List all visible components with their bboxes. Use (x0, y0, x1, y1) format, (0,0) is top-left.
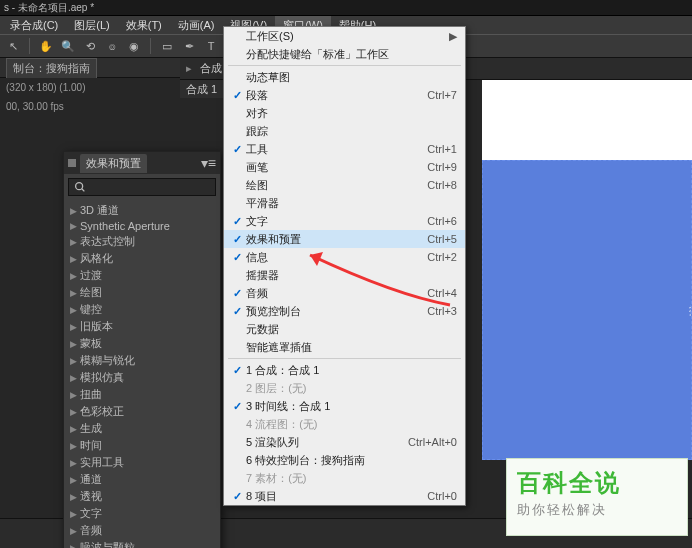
effects-category[interactable]: ▶模拟仿真 (64, 369, 220, 386)
menu-item-shortcut: Ctrl+5 (427, 233, 457, 245)
check-icon: ✓ (228, 251, 246, 264)
menu-item[interactable]: 画笔Ctrl+9 (224, 158, 465, 176)
disclosure-triangle-icon: ▶ (70, 322, 80, 332)
effects-category[interactable]: ▶绘图 (64, 284, 220, 301)
category-label: 旧版本 (80, 319, 113, 334)
pointer-tool-icon[interactable]: ↖ (4, 37, 22, 55)
menu-item[interactable]: 平滑器 (224, 194, 465, 212)
check-icon: ✓ (228, 215, 246, 228)
disclosure-triangle-icon: ▶ (70, 441, 80, 451)
zoom-tool-icon[interactable]: 🔍 (59, 37, 77, 55)
effects-category[interactable]: ▶通道 (64, 471, 220, 488)
effects-category[interactable]: ▶3D 通道 (64, 202, 220, 219)
submenu-arrow-icon: ▶ (441, 30, 457, 43)
camera-tool-icon[interactable]: ⌾ (103, 37, 121, 55)
menu-item[interactable]: 绘图Ctrl+8 (224, 176, 465, 194)
effects-category[interactable]: ▶文字 (64, 505, 220, 522)
pen-tool-icon[interactable]: ✒ (180, 37, 198, 55)
menu-item[interactable]: ✓文字Ctrl+6 (224, 212, 465, 230)
menu-item[interactable]: 5 渲染队列Ctrl+Alt+0 (224, 433, 465, 451)
menu-2[interactable]: 效果(T) (118, 16, 170, 34)
panel-menu-icon[interactable]: ▾≡ (201, 155, 216, 171)
composition-tab[interactable]: 合成 1 (186, 83, 217, 95)
effects-category[interactable]: ▶生成 (64, 420, 220, 437)
category-label: 3D 通道 (80, 203, 119, 218)
composition-viewer[interactable]: 搜狗 (482, 80, 692, 450)
category-label: 过渡 (80, 268, 102, 283)
menu-item[interactable]: 跟踪 (224, 122, 465, 140)
rotate-tool-icon[interactable]: ⟲ (81, 37, 99, 55)
pan-behind-tool-icon[interactable]: ◉ (125, 37, 143, 55)
composition-canvas[interactable]: 搜狗 (482, 160, 692, 460)
menu-item[interactable]: ✓3 时间线：合成 1 (224, 397, 465, 415)
menu-item[interactable]: ✓预览控制台Ctrl+3 (224, 302, 465, 320)
menu-item[interactable]: 动态草图 (224, 68, 465, 86)
disclosure-triangle-icon: ▶ (70, 509, 80, 519)
menu-item[interactable]: 对齐 (224, 104, 465, 122)
shapes-tool-icon[interactable]: ▭ (158, 37, 176, 55)
menu-item[interactable]: ✓效果和预置Ctrl+5 (224, 230, 465, 248)
check-icon: ✓ (228, 233, 246, 246)
menu-item: 2 图层：(无) (224, 379, 465, 397)
menu-item[interactable]: 摇摆器 (224, 266, 465, 284)
menu-item-shortcut: Ctrl+8 (427, 179, 457, 191)
menu-0[interactable]: 录合成(C) (2, 16, 66, 34)
effects-category[interactable]: ▶时间 (64, 437, 220, 454)
effects-category[interactable]: ▶音频 (64, 522, 220, 539)
menu-item[interactable]: ✓1 合成：合成 1 (224, 361, 465, 379)
panel-collapse-icon[interactable]: ▸ (186, 62, 192, 75)
hand-tool-icon[interactable]: ✋ (37, 37, 55, 55)
menu-3[interactable]: 动画(A) (170, 16, 223, 34)
menu-item[interactable]: 智能遮罩插值 (224, 338, 465, 356)
effects-category[interactable]: ▶透视 (64, 488, 220, 505)
menu-item: 4 流程图：(无) (224, 415, 465, 433)
menu-item-label: 音频 (246, 286, 427, 301)
effects-category[interactable]: ▶键控 (64, 301, 220, 318)
effects-category[interactable]: ▶风格化 (64, 250, 220, 267)
effects-category[interactable]: ▶实用工具 (64, 454, 220, 471)
project-tab-bar: 制台：搜狗指南 (0, 58, 180, 78)
effects-panel-tab[interactable]: 效果和预置 (80, 154, 147, 173)
composition-info-2: 00, 30.00 fps (0, 97, 180, 116)
check-icon: ✓ (228, 400, 246, 413)
category-label: 模糊与锐化 (80, 353, 135, 368)
text-tool-icon[interactable]: T (202, 37, 220, 55)
effects-category[interactable]: ▶Synthetic Aperture (64, 219, 220, 233)
disclosure-triangle-icon: ▶ (70, 475, 80, 485)
menu-item-label: 动态草图 (246, 70, 457, 85)
menu-item-label: 文字 (246, 214, 427, 229)
effects-category[interactable]: ▶噪波与颗粒 (64, 539, 220, 548)
effects-category[interactable]: ▶表达式控制 (64, 233, 220, 250)
effects-category[interactable]: ▶旧版本 (64, 318, 220, 335)
menu-item-label: 段落 (246, 88, 427, 103)
effects-panel-header[interactable]: 效果和预置 ▾≡ (64, 152, 220, 174)
menu-item[interactable]: 元数据 (224, 320, 465, 338)
menu-item[interactable]: 6 特效控制台：搜狗指南 (224, 451, 465, 469)
disclosure-triangle-icon: ▶ (70, 221, 80, 231)
project-panel: 制台：搜狗指南 (320 x 180) (1.00) 00, 30.00 fps (0, 58, 180, 116)
effects-search-input[interactable] (68, 178, 216, 196)
menu-item[interactable]: 分配快捷键给「标准」工作区 (224, 45, 465, 63)
effects-category[interactable]: ▶色彩校正 (64, 403, 220, 420)
menu-item-label: 6 特效控制台：搜狗指南 (246, 453, 457, 468)
project-tab[interactable]: 制台：搜狗指南 (6, 58, 97, 78)
check-icon: ✓ (228, 89, 246, 102)
menu-item[interactable]: ✓段落Ctrl+7 (224, 86, 465, 104)
menu-item[interactable]: ✓信息Ctrl+2 (224, 248, 465, 266)
disclosure-triangle-icon: ▶ (70, 390, 80, 400)
menu-item[interactable]: 工作区(S)▶ (224, 27, 465, 45)
menu-item-shortcut: Ctrl+1 (427, 143, 457, 155)
effects-category[interactable]: ▶模糊与锐化 (64, 352, 220, 369)
menu-item-label: 1 合成：合成 1 (246, 363, 457, 378)
effects-category[interactable]: ▶扭曲 (64, 386, 220, 403)
menu-item[interactable]: ✓8 项目Ctrl+0 (224, 487, 465, 505)
panel-grip-icon[interactable] (68, 159, 76, 167)
menu-item[interactable]: ✓音频Ctrl+4 (224, 284, 465, 302)
menu-item[interactable]: ✓工具Ctrl+1 (224, 140, 465, 158)
effects-category[interactable]: ▶过渡 (64, 267, 220, 284)
menu-item-label: 智能遮罩插值 (246, 340, 457, 355)
effects-category[interactable]: ▶蒙板 (64, 335, 220, 352)
disclosure-triangle-icon: ▶ (70, 254, 80, 264)
menu-1[interactable]: 图层(L) (66, 16, 117, 34)
category-label: 绘图 (80, 285, 102, 300)
